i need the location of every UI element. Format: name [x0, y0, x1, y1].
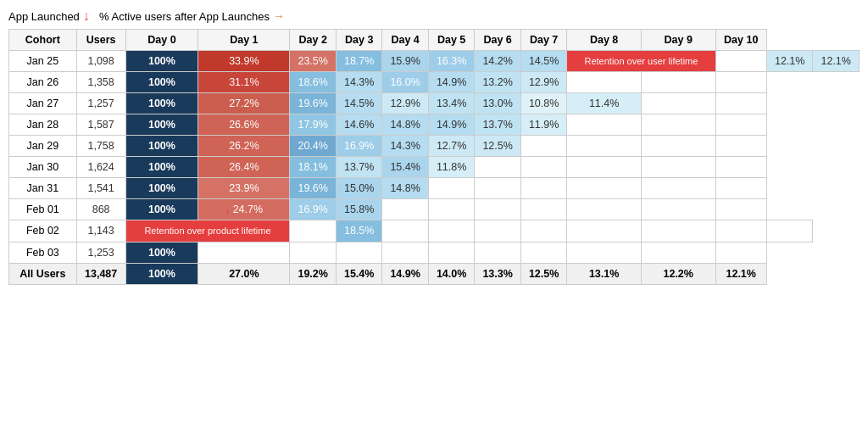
cell-Jan-25-d10: 12.1%	[766, 51, 812, 72]
cell-Jan-29-d6: 12.5%	[475, 136, 520, 157]
cell-Feb-03-d3	[336, 242, 381, 263]
cell-Jan-26-d6: 13.2%	[475, 72, 520, 93]
cell-Jan-26-d5: 14.9%	[428, 72, 474, 93]
cell-Jan-29-d0: 100%	[125, 136, 198, 157]
cell-Jan-29-d9	[641, 136, 715, 157]
cell-Feb-03-d8	[567, 242, 642, 263]
cell-Jan-30-d2: 18.1%	[290, 157, 336, 178]
cell-Jan-25-d5: 16.3%	[428, 51, 474, 72]
cell-Feb-01-d2: 16.9%	[290, 199, 336, 220]
cell-Jan-27-d6: 13.0%	[475, 93, 520, 114]
col-day1: Day 1	[198, 30, 290, 51]
cell-Feb-02-d9	[715, 220, 766, 242]
col-day7: Day 7	[520, 30, 566, 51]
cell-Feb-03-d0: 100%	[125, 242, 198, 263]
arrow-right-icon: →	[273, 9, 285, 23]
cell-Jan-31-d10	[715, 178, 766, 199]
cell-Feb-02-d6	[520, 220, 566, 242]
cohort-label: Jan 30	[9, 157, 77, 178]
all-users-d3: 15.4%	[336, 263, 381, 284]
cell-Jan-29-d3: 16.9%	[336, 136, 381, 157]
users-value: 1,257	[76, 93, 125, 114]
users-value: 1,541	[76, 178, 125, 199]
table-row: Jan 301,624100%26.4%18.1%13.7%15.4%11.8%	[9, 157, 860, 178]
cohort-label: Feb 03	[9, 242, 77, 263]
cell-Jan-30-d9	[641, 157, 715, 178]
col-day0: Day 0	[125, 30, 198, 51]
cell-Jan-25-d9	[715, 51, 766, 72]
cell-Feb-02-d1	[290, 220, 336, 242]
cell-Feb-01-d5	[428, 199, 474, 220]
cell-Jan-27-d7: 10.8%	[520, 93, 566, 114]
cell-Jan-28-d1: 26.6%	[198, 114, 290, 136]
cell-Feb-02-d2: 18.5%	[336, 220, 381, 242]
users-value: 1,253	[76, 242, 125, 263]
cell-Jan-30-d0: 100%	[125, 157, 198, 178]
cell-Feb-02-d10	[766, 220, 812, 242]
table-row: Jan 281,587100%26.6%17.9%14.6%14.8%14.9%…	[9, 114, 860, 136]
cell-Jan-27-d0: 100%	[125, 93, 198, 114]
all-users-d9: 12.2%	[641, 263, 715, 284]
cell-Jan-28-d6: 13.7%	[475, 114, 520, 136]
cell-Feb-03-d9	[641, 242, 715, 263]
cell-Jan-29-d5: 12.7%	[428, 136, 474, 157]
cell-Jan-31-d2: 19.6%	[290, 178, 336, 199]
cell-Feb-01-d8	[567, 199, 642, 220]
cell-Feb-02-d3	[382, 220, 428, 242]
cell-Jan-26-d0: 100%	[125, 72, 198, 93]
users-value: 1,358	[76, 72, 125, 93]
cell-Jan-27-d2: 19.6%	[290, 93, 336, 114]
col-day10: Day 10	[715, 30, 766, 51]
col-day8: Day 8	[567, 30, 642, 51]
cell-Feb-03-d10	[715, 242, 766, 263]
cell-Feb-02-d5	[475, 220, 520, 242]
cell-Jan-28-d4: 14.8%	[382, 114, 428, 136]
cell-Jan-30-d7	[520, 157, 566, 178]
cell-Jan-30-d4: 15.4%	[382, 157, 428, 178]
cell-Jan-28-d9	[641, 114, 715, 136]
arrow-down-icon: ↓	[83, 8, 90, 24]
cell-Jan-30-d8	[567, 157, 642, 178]
cell-Jan-31-d6	[475, 178, 520, 199]
cell-Jan-28-d8	[567, 114, 642, 136]
cell-Feb-03-d4	[382, 242, 428, 263]
cell-Jan-25-d2: 23.5%	[290, 51, 336, 72]
all-users-d7: 12.5%	[520, 263, 566, 284]
cell-Feb-02-d8	[641, 220, 715, 242]
cell-Feb-01-d3: 15.8%	[336, 199, 381, 220]
cell-Jan-26-d3: 14.3%	[336, 72, 381, 93]
users-value: 1,143	[76, 220, 125, 242]
cell-Jan-25-d3: 18.7%	[336, 51, 381, 72]
cell-Jan-31-d0: 100%	[125, 178, 198, 199]
cell-Jan-30-d3: 13.7%	[336, 157, 381, 178]
cell-Jan-30-d6	[475, 157, 520, 178]
cohort-label: Feb 02	[9, 220, 77, 242]
cohort-label: Jan 28	[9, 114, 77, 136]
all-users-d1: 27.0%	[198, 263, 290, 284]
cohort-label: Jan 27	[9, 93, 77, 114]
cell-Jan-30-d5: 11.8%	[428, 157, 474, 178]
cohort-label: Feb 01	[9, 199, 77, 220]
cell-Feb-03-d7	[520, 242, 566, 263]
cohort-table: Cohort Users Day 0 Day 1 Day 2 Day 3 Day…	[8, 29, 860, 285]
cell-Jan-28-d0: 100%	[125, 114, 198, 136]
col-day9: Day 9	[641, 30, 715, 51]
cell-Jan-27-d3: 14.5%	[336, 93, 381, 114]
cell-Feb-02-d4	[428, 220, 474, 242]
table-row: Feb 01868100%↓ 24.7%16.9%15.8%	[9, 199, 860, 220]
cell-Jan-25-d4: 15.9%	[382, 51, 428, 72]
cell-Feb-02-d7	[567, 220, 642, 242]
cell-Jan-31-d4: 14.8%	[382, 178, 428, 199]
cell-Jan-26-d8	[567, 72, 642, 93]
cell-Jan-31-d7	[520, 178, 566, 199]
table-row: Jan 271,257100%27.2%19.6%14.5%12.9%13.4%…	[9, 93, 860, 114]
cell-Jan-25-d0: 100%	[125, 51, 198, 72]
cell-Jan-28-d10	[715, 114, 766, 136]
cell-Jan-25-d7: 14.5%	[520, 51, 566, 72]
users-value: 1,587	[76, 114, 125, 136]
cell-Jan-29-d8	[567, 136, 642, 157]
cohort-label: Jan 31	[9, 178, 77, 199]
all-users-d0: 100%	[125, 263, 198, 284]
table-row: Feb 021,143Retention over product lifeti…	[9, 220, 860, 242]
users-value: 1,758	[76, 136, 125, 157]
